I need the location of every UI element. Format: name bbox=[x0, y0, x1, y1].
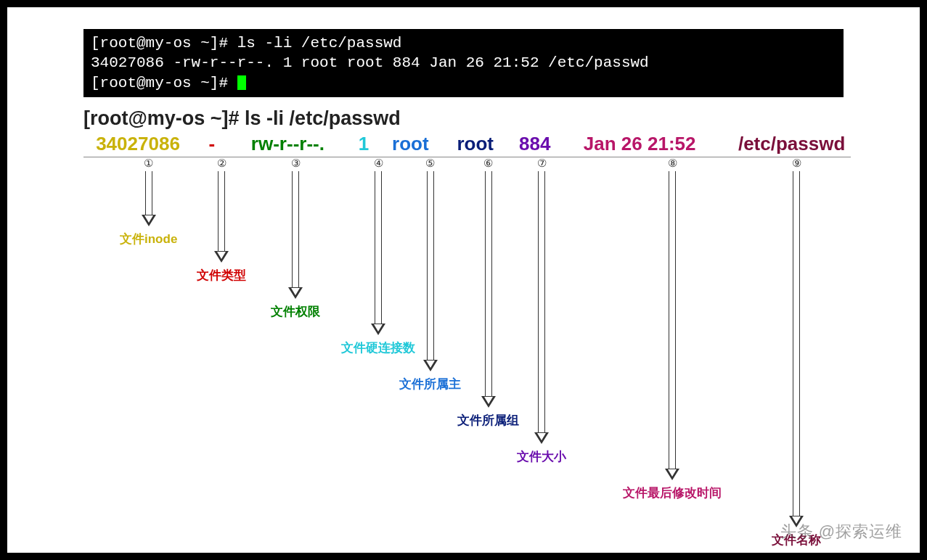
terminal-line-1: [root@my-os ~]# ls -li /etc/passwd bbox=[91, 33, 836, 53]
arrow-shaft bbox=[218, 171, 225, 251]
output-field-4: 1 bbox=[354, 133, 372, 155]
annotation-2: ②文件类型 bbox=[197, 157, 246, 284]
annotation-6: ⑥文件所属组 bbox=[457, 157, 519, 429]
circled-number: ⑤ bbox=[425, 157, 435, 170]
field-label: 文件最后修改时间 bbox=[623, 485, 722, 501]
field-label: 文件inode bbox=[120, 231, 177, 247]
arrow-head-icon bbox=[142, 215, 156, 226]
arrow-shaft bbox=[375, 171, 382, 324]
annotation-8: ⑧文件最后修改时间 bbox=[623, 157, 722, 501]
output-field-9: /etc/passwd bbox=[723, 133, 861, 155]
output-field-3: rw-r--r--. bbox=[232, 133, 344, 155]
field-label: 文件类型 bbox=[197, 267, 246, 284]
circled-number: ⑨ bbox=[792, 157, 801, 170]
field-label: 文件权限 bbox=[271, 303, 320, 320]
arrow-shaft bbox=[793, 171, 800, 516]
command-heading: [root@my-os ~]# ls -li /etc/passwd bbox=[83, 107, 844, 130]
arrow-shaft bbox=[669, 171, 676, 469]
circled-number: ④ bbox=[374, 157, 383, 170]
arrow-head-icon bbox=[371, 324, 385, 335]
arrow-head-icon bbox=[534, 432, 549, 444]
circled-number: ⑧ bbox=[668, 157, 677, 170]
arrow-head-icon bbox=[214, 251, 229, 263]
output-field-2: - bbox=[203, 133, 221, 155]
field-label: 文件大小 bbox=[517, 448, 566, 465]
terminal-prompt-3: [root@my-os ~]# bbox=[91, 75, 237, 91]
arrow-shaft bbox=[538, 171, 545, 432]
circled-number: ① bbox=[144, 157, 153, 170]
circled-number: ③ bbox=[291, 157, 301, 170]
arrow-head-icon bbox=[423, 360, 438, 371]
annotation-3: ③文件权限 bbox=[271, 157, 320, 320]
watermark-text: 头条 @探索运维 bbox=[780, 521, 902, 543]
field-label: 文件所属主 bbox=[399, 376, 461, 392]
output-field-6: root bbox=[448, 133, 502, 155]
arrow-shaft bbox=[427, 171, 434, 360]
field-label: 文件所属组 bbox=[457, 412, 519, 429]
annotation-5: ⑤文件所属主 bbox=[399, 157, 461, 392]
terminal-block: [root@my-os ~]# ls -li /etc/passwd 34027… bbox=[83, 29, 844, 97]
arrow-head-icon bbox=[481, 396, 496, 408]
arrow-head-icon bbox=[288, 287, 303, 299]
output-field-1: 34027086 bbox=[83, 133, 192, 155]
terminal-line-3: [root@my-os ~]# bbox=[91, 73, 836, 93]
arrow-shaft bbox=[485, 171, 492, 396]
annotation-1: ①文件inode bbox=[120, 157, 177, 247]
terminal-cursor bbox=[237, 75, 246, 90]
arrow-head-icon bbox=[665, 469, 679, 480]
arrow-shaft bbox=[145, 171, 152, 215]
circled-number: ② bbox=[217, 157, 226, 170]
output-field-5: root bbox=[383, 133, 438, 155]
circled-number: ⑦ bbox=[537, 157, 547, 170]
output-field-8: Jan 26 21:52 bbox=[567, 133, 712, 155]
annotation-7: ⑦文件大小 bbox=[517, 157, 566, 465]
output-field-7: 884 bbox=[513, 133, 557, 155]
fields-annotation-area: ①文件inode②文件类型③文件权限④文件硬连接数⑤文件所属主⑥文件所属组⑦文件… bbox=[83, 157, 851, 535]
colored-output-line: 34027086 - rw-r--r--. 1 root root 884 Ja… bbox=[83, 133, 851, 157]
diagram-frame: [root@my-os ~]# ls -li /etc/passwd 34027… bbox=[7, 7, 920, 553]
circled-number: ⑥ bbox=[483, 157, 493, 170]
annotation-9: ⑨文件名称 bbox=[772, 157, 821, 548]
terminal-line-2: 34027086 -rw-r--r--. 1 root root 884 Jan… bbox=[91, 53, 836, 73]
arrow-shaft bbox=[292, 171, 299, 287]
